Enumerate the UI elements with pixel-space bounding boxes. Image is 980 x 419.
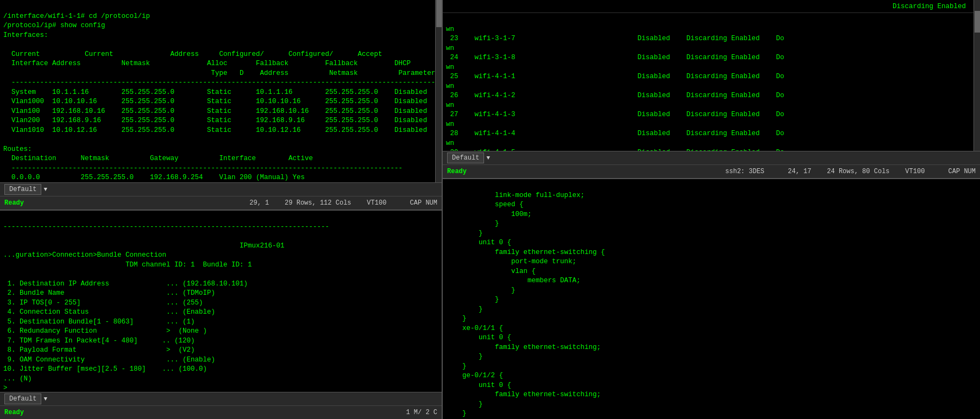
right-top-pos: ssh2: 3DES 24, 17 24 Rows, 80 Cols VT100… bbox=[725, 168, 976, 175]
left-column: /interface/wifi-1-1# cd /protocol/ip /pr… bbox=[0, 0, 443, 419]
left-bottom-footer: Default ▼ Ready 1 M/ 2 C bbox=[0, 392, 442, 419]
right-top-content: wn 23 wifi-3-1-7 Disabled Discarding Ena… bbox=[443, 13, 980, 151]
right-bottom-content: link-mode full-duplex; speed { 100m; } }… bbox=[443, 179, 980, 419]
right-top-dropdown-arrow[interactable]: ▼ bbox=[486, 155, 490, 161]
left-top-text: /interface/wifi-1-1# cd /protocol/ip /pr… bbox=[3, 12, 442, 183]
right-top-header: Discarding Enabled bbox=[443, 0, 980, 13]
left-bottom-text: ----------------------------------------… bbox=[3, 223, 329, 392]
right-top-footer-row1: Default ▼ bbox=[443, 151, 980, 165]
right-top-footer: Default ▼ Ready ssh2: 3DES 24, 17 24 Row… bbox=[443, 151, 980, 178]
left-top-ready: Ready bbox=[4, 199, 24, 207]
left-top-status-bar: Ready 29, 1 29 Rows, 112 Cols VT100 CAP … bbox=[0, 196, 442, 210]
left-bottom-dropdown[interactable]: Default bbox=[4, 393, 41, 404]
right-top-status-bar: Ready ssh2: 3DES 24, 17 24 Rows, 80 Cols… bbox=[443, 165, 980, 178]
right-top-text: wn 23 wifi-3-1-7 Disabled Discarding Ena… bbox=[446, 26, 784, 151]
left-bottom-content: ----------------------------------------… bbox=[0, 211, 442, 392]
right-top-dropdown[interactable]: Default bbox=[447, 153, 484, 163]
right-bottom-text: link-mode full-duplex; speed { 100m; } }… bbox=[446, 192, 605, 420]
left-top-footer: Default ▼ Ready 29, 1 29 Rows, 112 Cols … bbox=[0, 182, 442, 210]
right-top-pane: Discarding Enabled wn 23 wifi-3-1-7 Disa… bbox=[443, 0, 980, 179]
right-top-ready: Ready bbox=[447, 168, 467, 175]
left-top-footer-row1: Default ▼ bbox=[0, 183, 442, 196]
left-top-scrollbar[interactable] bbox=[435, 0, 442, 182]
discarding-enabled-label: Discarding Enabled bbox=[893, 3, 966, 10]
right-bottom-pane: link-mode full-duplex; speed { 100m; } }… bbox=[443, 179, 980, 419]
left-top-content: /interface/wifi-1-1# cd /protocol/ip /pr… bbox=[0, 0, 442, 182]
left-bottom-ready: Ready bbox=[4, 409, 24, 416]
left-top-dropdown[interactable]: Default bbox=[4, 184, 41, 195]
left-top-pane: /interface/wifi-1-1# cd /protocol/ip /pr… bbox=[0, 0, 442, 210]
right-top-scrollbar[interactable] bbox=[973, 0, 980, 151]
right-top-scroll-thumb[interactable] bbox=[975, 11, 980, 33]
left-top-scroll-thumb[interactable] bbox=[436, 0, 442, 27]
left-bottom-pos: 1 M/ 2 C bbox=[406, 409, 437, 416]
left-bottom-status-bar: Ready 1 M/ 2 C bbox=[0, 406, 442, 419]
left-bottom-pane: ----------------------------------------… bbox=[0, 210, 442, 419]
right-column: Discarding Enabled wn 23 wifi-3-1-7 Disa… bbox=[443, 0, 980, 419]
left-bottom-dropdown-arrow[interactable]: ▼ bbox=[43, 396, 47, 402]
left-bottom-footer-row1: Default ▼ bbox=[0, 392, 442, 406]
left-top-pos: 29, 1 29 Rows, 112 Cols VT100 CAP NUM bbox=[249, 199, 437, 207]
left-top-dropdown-arrow[interactable]: ▼ bbox=[43, 186, 47, 193]
